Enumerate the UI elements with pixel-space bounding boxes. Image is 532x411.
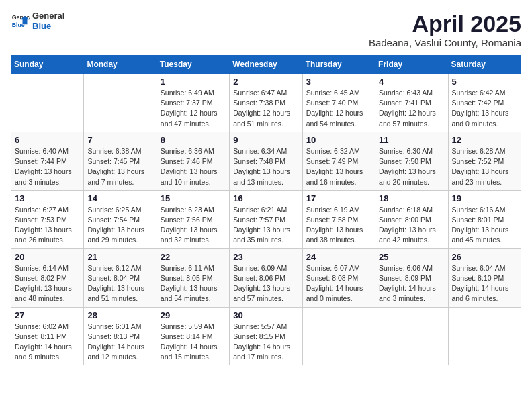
day-detail: Sunrise: 6:42 AM Sunset: 7:42 PM Dayligh…	[452, 88, 517, 129]
day-detail: Sunrise: 6:32 AM Sunset: 7:49 PM Dayligh…	[306, 146, 371, 187]
day-number: 15	[161, 193, 226, 203]
day-number: 5	[452, 77, 517, 87]
title-area: April 2025 Badeana, Vaslui County, Roman…	[369, 11, 521, 48]
day-detail: Sunrise: 5:57 AM Sunset: 8:15 PM Dayligh…	[233, 322, 298, 363]
day-detail: Sunrise: 6:47 AM Sunset: 7:38 PM Dayligh…	[233, 88, 298, 129]
day-detail: Sunrise: 6:02 AM Sunset: 8:11 PM Dayligh…	[15, 322, 80, 363]
day-detail: Sunrise: 6:16 AM Sunset: 8:01 PM Dayligh…	[452, 205, 517, 246]
day-detail: Sunrise: 6:04 AM Sunset: 8:10 PM Dayligh…	[452, 263, 517, 304]
day-detail: Sunrise: 6:27 AM Sunset: 7:53 PM Dayligh…	[15, 205, 80, 246]
week-row-4: 20Sunrise: 6:14 AM Sunset: 8:02 PM Dayli…	[11, 248, 521, 307]
day-detail: Sunrise: 6:49 AM Sunset: 7:37 PM Dayligh…	[161, 88, 226, 129]
day-number: 14	[87, 193, 152, 203]
calendar-cell: 10Sunrise: 6:32 AM Sunset: 7:49 PM Dayli…	[302, 132, 375, 190]
week-row-5: 27Sunrise: 6:02 AM Sunset: 8:11 PM Dayli…	[11, 307, 521, 365]
day-header-tuesday: Tuesday	[157, 56, 229, 74]
calendar-cell: 15Sunrise: 6:23 AM Sunset: 7:56 PM Dayli…	[157, 190, 229, 248]
day-number: 1	[161, 77, 226, 87]
day-number: 11	[379, 135, 444, 145]
day-number: 25	[379, 252, 444, 262]
calendar-cell: 21Sunrise: 6:12 AM Sunset: 8:04 PM Dayli…	[84, 248, 157, 307]
calendar-cell	[11, 74, 84, 132]
calendar-cell: 5Sunrise: 6:42 AM Sunset: 7:42 PM Daylig…	[448, 74, 521, 132]
day-header-saturday: Saturday	[448, 56, 521, 74]
day-number: 17	[306, 193, 371, 203]
calendar-cell	[448, 307, 521, 365]
day-number: 21	[87, 252, 152, 262]
calendar-cell: 16Sunrise: 6:21 AM Sunset: 7:57 PM Dayli…	[230, 190, 302, 248]
day-detail: Sunrise: 6:40 AM Sunset: 7:44 PM Dayligh…	[15, 146, 80, 187]
day-number: 19	[452, 193, 517, 203]
calendar-subtitle: Badeana, Vaslui County, Romania	[369, 37, 521, 48]
week-row-2: 6Sunrise: 6:40 AM Sunset: 7:44 PM Daylig…	[11, 132, 521, 190]
day-number: 27	[15, 310, 80, 320]
day-detail: Sunrise: 6:38 AM Sunset: 7:45 PM Dayligh…	[87, 146, 152, 187]
calendar-cell: 8Sunrise: 6:36 AM Sunset: 7:46 PM Daylig…	[157, 132, 229, 190]
day-number: 9	[233, 135, 298, 145]
day-number: 12	[452, 135, 517, 145]
day-number: 20	[15, 252, 80, 262]
day-detail: Sunrise: 5:59 AM Sunset: 8:14 PM Dayligh…	[161, 322, 226, 363]
day-number: 24	[306, 252, 371, 262]
day-detail: Sunrise: 6:25 AM Sunset: 7:54 PM Dayligh…	[87, 205, 152, 246]
day-number: 30	[233, 310, 298, 320]
day-header-monday: Monday	[84, 56, 157, 74]
day-detail: Sunrise: 6:36 AM Sunset: 7:46 PM Dayligh…	[161, 146, 226, 187]
day-detail: Sunrise: 6:19 AM Sunset: 7:58 PM Dayligh…	[306, 205, 371, 246]
calendar-cell: 18Sunrise: 6:18 AM Sunset: 8:00 PM Dayli…	[375, 190, 448, 248]
logo-general-text: General	[32, 11, 64, 21]
week-row-1: 1Sunrise: 6:49 AM Sunset: 7:37 PM Daylig…	[11, 74, 521, 132]
day-detail: Sunrise: 6:01 AM Sunset: 8:13 PM Dayligh…	[87, 322, 152, 363]
day-header-thursday: Thursday	[302, 56, 375, 74]
calendar-cell: 11Sunrise: 6:30 AM Sunset: 7:50 PM Dayli…	[375, 132, 448, 190]
calendar-cell: 24Sunrise: 6:07 AM Sunset: 8:08 PM Dayli…	[302, 248, 375, 307]
day-detail: Sunrise: 6:11 AM Sunset: 8:05 PM Dayligh…	[161, 263, 226, 304]
calendar-cell: 17Sunrise: 6:19 AM Sunset: 7:58 PM Dayli…	[302, 190, 375, 248]
calendar-cell: 30Sunrise: 5:57 AM Sunset: 8:15 PM Dayli…	[230, 307, 302, 365]
calendar-cell: 27Sunrise: 6:02 AM Sunset: 8:11 PM Dayli…	[11, 307, 84, 365]
day-number: 23	[233, 252, 298, 262]
calendar-cell: 13Sunrise: 6:27 AM Sunset: 7:53 PM Dayli…	[11, 190, 84, 248]
calendar-cell: 23Sunrise: 6:09 AM Sunset: 8:06 PM Dayli…	[230, 248, 302, 307]
day-number: 26	[452, 252, 517, 262]
calendar-cell: 29Sunrise: 5:59 AM Sunset: 8:14 PM Dayli…	[157, 307, 229, 365]
calendar-cell: 28Sunrise: 6:01 AM Sunset: 8:13 PM Dayli…	[84, 307, 157, 365]
calendar-cell: 26Sunrise: 6:04 AM Sunset: 8:10 PM Dayli…	[448, 248, 521, 307]
day-detail: Sunrise: 6:28 AM Sunset: 7:52 PM Dayligh…	[452, 146, 517, 187]
calendar-cell: 9Sunrise: 6:34 AM Sunset: 7:48 PM Daylig…	[230, 132, 302, 190]
day-number: 13	[15, 193, 80, 203]
logo-blue-text: Blue	[32, 21, 64, 31]
day-detail: Sunrise: 6:14 AM Sunset: 8:02 PM Dayligh…	[15, 263, 80, 304]
day-detail: Sunrise: 6:09 AM Sunset: 8:06 PM Dayligh…	[233, 263, 298, 304]
calendar-cell: 3Sunrise: 6:45 AM Sunset: 7:40 PM Daylig…	[302, 74, 375, 132]
day-header-wednesday: Wednesday	[230, 56, 302, 74]
day-number: 18	[379, 193, 444, 203]
day-header-friday: Friday	[375, 56, 448, 74]
day-number: 3	[306, 77, 371, 87]
day-number: 28	[87, 310, 152, 320]
day-detail: Sunrise: 6:12 AM Sunset: 8:04 PM Dayligh…	[87, 263, 152, 304]
day-detail: Sunrise: 6:45 AM Sunset: 7:40 PM Dayligh…	[306, 88, 371, 129]
calendar-cell: 4Sunrise: 6:43 AM Sunset: 7:41 PM Daylig…	[375, 74, 448, 132]
day-detail: Sunrise: 6:34 AM Sunset: 7:48 PM Dayligh…	[233, 146, 298, 187]
day-detail: Sunrise: 6:43 AM Sunset: 7:41 PM Dayligh…	[379, 88, 444, 129]
calendar-title: April 2025	[369, 11, 521, 37]
day-number: 29	[161, 310, 226, 320]
day-number: 7	[87, 135, 152, 145]
calendar-cell: 25Sunrise: 6:06 AM Sunset: 8:09 PM Dayli…	[375, 248, 448, 307]
calendar-cell: 1Sunrise: 6:49 AM Sunset: 7:37 PM Daylig…	[157, 74, 229, 132]
calendar-table: SundayMondayTuesdayWednesdayThursdayFrid…	[11, 55, 521, 365]
logo: General Blue General Blue	[11, 11, 64, 31]
logo-text: General Blue	[32, 11, 64, 31]
day-detail: Sunrise: 6:18 AM Sunset: 8:00 PM Dayligh…	[379, 205, 444, 246]
day-number: 10	[306, 135, 371, 145]
days-header-row: SundayMondayTuesdayWednesdayThursdayFrid…	[11, 56, 521, 74]
day-number: 8	[161, 135, 226, 145]
calendar-cell: 20Sunrise: 6:14 AM Sunset: 8:02 PM Dayli…	[11, 248, 84, 307]
day-number: 4	[379, 77, 444, 87]
calendar-cell: 22Sunrise: 6:11 AM Sunset: 8:05 PM Dayli…	[157, 248, 229, 307]
calendar-cell: 12Sunrise: 6:28 AM Sunset: 7:52 PM Dayli…	[448, 132, 521, 190]
calendar-cell	[84, 74, 157, 132]
calendar-cell	[302, 307, 375, 365]
calendar-cell: 7Sunrise: 6:38 AM Sunset: 7:45 PM Daylig…	[84, 132, 157, 190]
